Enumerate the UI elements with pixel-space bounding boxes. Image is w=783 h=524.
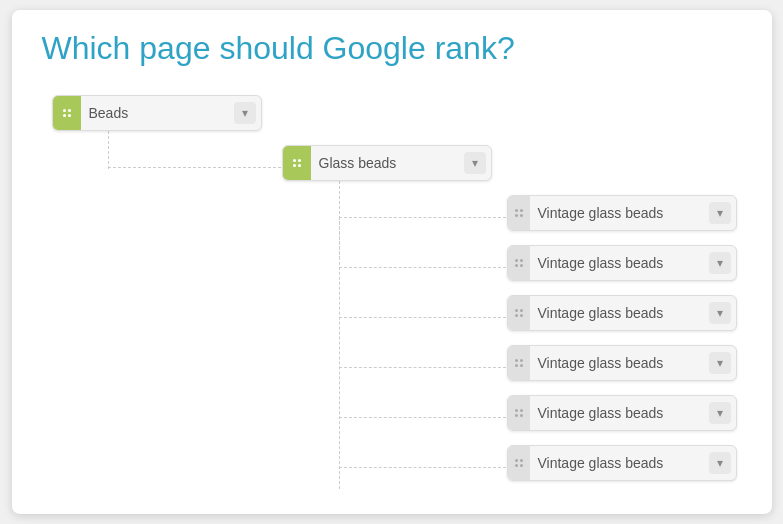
dot — [63, 109, 66, 112]
connector-line-9 — [339, 417, 511, 418]
dot — [298, 164, 301, 167]
dot — [520, 259, 523, 262]
dot — [515, 214, 518, 217]
node-label-vintage-4: Vintage glass beads — [530, 355, 709, 371]
connector-line-8 — [339, 367, 511, 368]
node-handle-beads — [53, 96, 81, 130]
handle-dots-beads — [61, 107, 73, 119]
node-vintage-1[interactable]: Vintage glass beads — [507, 195, 737, 231]
node-vintage-3[interactable]: Vintage glass beads — [507, 295, 737, 331]
node-handle-vintage-3 — [508, 296, 530, 330]
main-card: Which page should Google rank? — [12, 10, 772, 514]
node-glass-beads[interactable]: Glass beads — [282, 145, 492, 181]
dot — [520, 264, 523, 267]
dot — [298, 159, 301, 162]
dot — [520, 309, 523, 312]
node-label-glass-beads: Glass beads — [311, 155, 464, 171]
dot — [515, 309, 518, 312]
node-handle-vintage-2 — [508, 246, 530, 280]
tree-container: Beads Glass beads — [42, 95, 742, 475]
node-label-vintage-2: Vintage glass beads — [530, 255, 709, 271]
node-dropdown-vintage-4[interactable] — [709, 352, 731, 374]
node-dropdown-vintage-6[interactable] — [709, 452, 731, 474]
connector-line-4 — [339, 217, 340, 489]
page-title: Which page should Google rank? — [42, 30, 742, 67]
node-dropdown-glass-beads[interactable] — [464, 152, 486, 174]
dot — [520, 459, 523, 462]
dot — [520, 414, 523, 417]
handle-dots-vintage-1 — [513, 207, 525, 219]
connector-line-10 — [339, 467, 511, 468]
node-dropdown-vintage-2[interactable] — [709, 252, 731, 274]
node-handle-vintage-6 — [508, 446, 530, 480]
dot — [520, 314, 523, 317]
dot — [520, 364, 523, 367]
node-vintage-4[interactable]: Vintage glass beads — [507, 345, 737, 381]
dot — [293, 164, 296, 167]
dot — [515, 359, 518, 362]
handle-dots-vintage-2 — [513, 257, 525, 269]
dot — [515, 209, 518, 212]
node-dropdown-vintage-3[interactable] — [709, 302, 731, 324]
connector-line-2 — [108, 167, 286, 168]
dot — [515, 414, 518, 417]
node-dropdown-vintage-1[interactable] — [709, 202, 731, 224]
connector-line-1 — [108, 131, 109, 169]
dot — [515, 364, 518, 367]
node-handle-vintage-4 — [508, 346, 530, 380]
dot — [515, 314, 518, 317]
connector-line-7 — [339, 317, 511, 318]
dot — [520, 209, 523, 212]
node-label-beads: Beads — [81, 105, 234, 121]
handle-dots-glass-beads — [291, 157, 303, 169]
node-handle-vintage-5 — [508, 396, 530, 430]
dot — [515, 409, 518, 412]
handle-dots-vintage-6 — [513, 457, 525, 469]
dot — [515, 259, 518, 262]
node-handle-glass-beads — [283, 146, 311, 180]
node-vintage-5[interactable]: Vintage glass beads — [507, 395, 737, 431]
dot — [68, 109, 71, 112]
dot — [520, 359, 523, 362]
dot — [520, 214, 523, 217]
node-dropdown-vintage-5[interactable] — [709, 402, 731, 424]
dot — [515, 459, 518, 462]
node-vintage-6[interactable]: Vintage glass beads — [507, 445, 737, 481]
dot — [520, 464, 523, 467]
dot — [293, 159, 296, 162]
node-label-vintage-1: Vintage glass beads — [530, 205, 709, 221]
dot — [68, 114, 71, 117]
node-dropdown-beads[interactable] — [234, 102, 256, 124]
node-label-vintage-6: Vintage glass beads — [530, 455, 709, 471]
connector-line-6 — [339, 267, 511, 268]
node-vintage-2[interactable]: Vintage glass beads — [507, 245, 737, 281]
dot — [515, 464, 518, 467]
handle-dots-vintage-5 — [513, 407, 525, 419]
node-label-vintage-3: Vintage glass beads — [530, 305, 709, 321]
connector-line-5 — [339, 217, 511, 218]
dot — [63, 114, 66, 117]
node-handle-vintage-1 — [508, 196, 530, 230]
dot — [520, 409, 523, 412]
node-beads[interactable]: Beads — [52, 95, 262, 131]
node-label-vintage-5: Vintage glass beads — [530, 405, 709, 421]
dot — [515, 264, 518, 267]
handle-dots-vintage-4 — [513, 357, 525, 369]
handle-dots-vintage-3 — [513, 307, 525, 319]
